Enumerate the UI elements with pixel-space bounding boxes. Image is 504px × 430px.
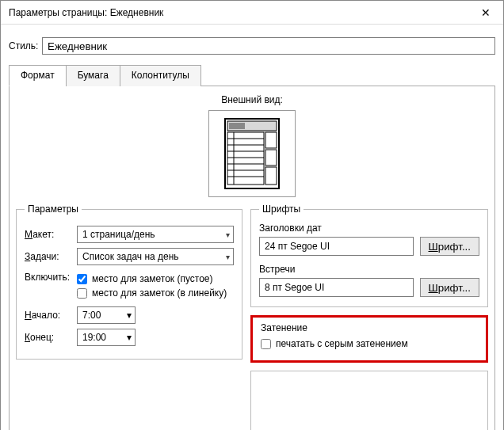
date-headers-value: 24 пт Segoe UI [265, 241, 330, 252]
close-icon: ✕ [481, 6, 491, 19]
style-input[interactable] [42, 37, 495, 55]
close-button[interactable]: ✕ [468, 1, 503, 25]
svg-rect-13 [265, 150, 277, 166]
chevron-down-icon: ▾ [226, 230, 230, 239]
notes-lined-label: место для заметок (в линейку) [92, 287, 227, 299]
tab-headers-footers[interactable]: Колонтитулы [120, 65, 201, 86]
tab-label: Формат [21, 70, 55, 81]
date-headers-row: 24 пт Segoe UI Шрифт... [259, 237, 479, 256]
tasks-combo[interactable]: Список задач на день ▾ [77, 248, 234, 265]
end-value: 19:00 [82, 332, 106, 343]
params-legend: Параметры [25, 204, 82, 215]
tab-format[interactable]: Формат [9, 65, 67, 86]
appointments-display: 8 пт Segoe UI [259, 278, 414, 297]
start-value: 7:00 [82, 310, 101, 321]
empty-group [250, 371, 488, 430]
tab-paper[interactable]: Бумага [66, 65, 120, 86]
chevron-down-icon: ▾ [226, 253, 230, 261]
preview-label: Внешний вид: [16, 94, 488, 105]
fonts-legend: Шрифты [259, 204, 304, 215]
columns: Параметры Макет: 1 страница/день ▾ Задач… [16, 204, 488, 430]
end-time-combo[interactable]: 19:00 ▾ [77, 329, 136, 346]
column-right: Шрифты Заголовки дат 24 пт Segoe UI Шриф… [250, 204, 488, 430]
start-time-combo[interactable]: 7:00 ▾ [77, 306, 136, 324]
svg-rect-2 [229, 123, 245, 129]
appointments-label: Встречи [259, 264, 479, 275]
include-row: Включить: место для заметок (пустое) мес… [25, 270, 234, 302]
params-group: Параметры Макет: 1 страница/день ▾ Задач… [16, 204, 242, 360]
layout-value: 1 страница/день [82, 229, 155, 240]
notes-blank-checkbox[interactable] [77, 274, 87, 284]
date-headers-label: Заголовки дат [259, 223, 479, 234]
print-gray-check[interactable]: печатать с серым затенением [261, 338, 478, 349]
end-label: Конец: [25, 332, 77, 343]
notes-blank-check[interactable]: место для заметок (пустое) [77, 273, 234, 284]
page-preview-icon [224, 118, 280, 189]
date-headers-display: 24 пт Segoe UI [259, 237, 414, 256]
preview-area: Внешний вид: [16, 94, 488, 197]
fonts-group: Шрифты Заголовки дат 24 пт Segoe UI Шриф… [250, 204, 488, 307]
tab-panel-format: Внешний вид: [9, 86, 495, 430]
tasks-row: Задачи: Список задач на день ▾ [25, 248, 234, 265]
preview-thumbnail [208, 110, 296, 197]
appointments-font-button[interactable]: Шрифт... [420, 278, 480, 297]
include-options: место для заметок (пустое) место для зам… [77, 270, 234, 302]
notes-blank-label: место для заметок (пустое) [92, 273, 213, 284]
window-title: Параметры страницы: Ежедневник [9, 7, 163, 18]
start-label: Начало: [25, 310, 77, 321]
appointments-value: 8 пт Segoe UI [265, 282, 324, 293]
shading-legend: Затенение [261, 322, 478, 333]
chevron-down-icon: ▾ [127, 332, 132, 343]
include-label: Включить: [25, 270, 77, 283]
column-left: Параметры Макет: 1 страница/день ▾ Задач… [16, 204, 242, 430]
titlebar: Параметры страницы: Ежедневник ✕ [1, 1, 503, 25]
tasks-value: Список задач на день [82, 251, 179, 262]
dialog-content: Стиль: Формат Бумага Колонтитулы Внешний… [1, 25, 503, 430]
style-row: Стиль: [9, 37, 495, 55]
appointments-row: 8 пт Segoe UI Шрифт... [259, 278, 479, 297]
svg-rect-12 [265, 132, 277, 148]
svg-rect-14 [265, 167, 277, 185]
notes-lined-check[interactable]: место для заметок (в линейку) [77, 287, 234, 299]
print-gray-label: печатать с серым затенением [276, 338, 408, 349]
end-row: Конец: 19:00 ▾ [25, 329, 234, 346]
notes-lined-checkbox[interactable] [77, 288, 87, 299]
layout-row: Макет: 1 страница/день ▾ [25, 226, 234, 243]
layout-combo[interactable]: 1 страница/день ▾ [77, 226, 234, 243]
layout-label: Макет: [25, 229, 77, 240]
style-label: Стиль: [9, 40, 42, 51]
tab-strip: Формат Бумага Колонтитулы [9, 64, 495, 86]
print-gray-checkbox[interactable] [261, 339, 271, 349]
chevron-down-icon: ▾ [127, 310, 132, 321]
tasks-label: Задачи: [25, 251, 77, 262]
tab-label: Бумага [78, 70, 109, 81]
shading-group-highlighted: Затенение печатать с серым затенением [250, 315, 488, 363]
start-row: Начало: 7:00 ▾ [25, 306, 234, 324]
date-headers-font-button[interactable]: Шрифт... [420, 237, 480, 256]
dialog-window: Параметры страницы: Ежедневник ✕ Стиль: … [0, 0, 504, 430]
tab-label: Колонтитулы [132, 70, 189, 81]
